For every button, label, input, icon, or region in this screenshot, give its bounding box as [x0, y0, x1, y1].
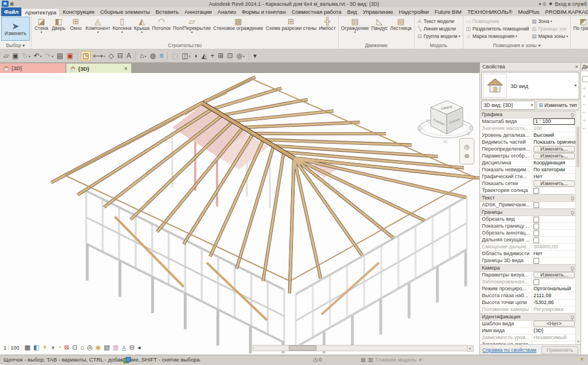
view-control-icon[interactable]: ☀ — [42, 344, 48, 351]
qat-icon[interactable]: + — [209, 52, 215, 60]
property-value[interactable]: 304800,00 — [532, 244, 576, 250]
view-control-icon[interactable]: ◎ — [87, 344, 93, 351]
view-control-icon[interactable]: ▥ — [113, 344, 118, 351]
qat-icon[interactable]: ⟷ ▾ — [92, 52, 106, 60]
ribbon-tab[interactable]: ТЕХНОНИКОЛЬ® — [465, 7, 516, 16]
property-value[interactable] — [532, 258, 576, 264]
scale-control[interactable]: 1 : 100 — [3, 345, 22, 351]
edit-button[interactable]: <Нет> — [533, 321, 575, 327]
qat-icon[interactable]: ◇ — [107, 52, 115, 60]
element-selector[interactable]: 3D вид: {3D} ▾ — [481, 101, 535, 110]
property-value[interactable]: Изменить... — [532, 272, 576, 278]
property-value[interactable]: 1 : 100 — [532, 118, 576, 125]
property-value[interactable]: Регулировка — [532, 306, 576, 313]
ribbon-button[interactable]: ◧ Дверь — [50, 17, 67, 41]
view-tab-active[interactable]: {3D} × — [66, 63, 131, 73]
property-value[interactable]: <Нет> — [532, 321, 576, 327]
workspace-icon[interactable]: ▣ — [10, 1, 14, 6]
ribbon-small-button[interactable]: ▭ Помещение — [465, 18, 531, 25]
property-value[interactable]: Показать оригинал — [532, 139, 576, 145]
ribbon-small-button[interactable]: A Текст модели — [416, 18, 462, 25]
editing-requests[interactable]: ◷ 0 — [313, 356, 322, 363]
ribbon-small-button[interactable]: ▤ Марка зоны ▾ — [530, 33, 569, 40]
tree-expander-icon[interactable]: − — [581, 101, 588, 109]
ribbon-button[interactable]: ▤ Ограждение ▾ — [340, 17, 370, 41]
qat-icon[interactable] — [78, 52, 78, 60]
value-input[interactable]: 1 : 100 — [533, 118, 575, 125]
property-value[interactable] — [532, 230, 576, 236]
navigation-bar[interactable]: ◎ ⊕ — [459, 138, 474, 164]
modify-button[interactable]: ➤ Изменить — [1, 17, 30, 41]
ribbon-button[interactable]: ▤ Лестница — [389, 17, 413, 41]
qat-icon[interactable]: ▱ — [2, 52, 10, 60]
property-value[interactable]: 100 — [532, 125, 576, 132]
qat-icon[interactable]: ◫ ▾ — [180, 52, 191, 60]
property-value[interactable] — [532, 223, 576, 229]
qat-icon[interactable]: ≡ — [158, 52, 164, 60]
ribbon-tab[interactable]: PROBIM.КАРКАС — [542, 7, 588, 16]
property-section-header[interactable]: Графика — [480, 111, 576, 118]
checkbox[interactable] — [533, 237, 539, 243]
property-value[interactable]: Нет — [532, 251, 576, 257]
qat-icon[interactable]: ↷ ▾ — [44, 52, 55, 60]
checkbox[interactable] — [533, 279, 539, 285]
ribbon-tab[interactable]: Вставить — [153, 7, 181, 16]
sign-in-label[interactable]: Вход в служб — [555, 1, 587, 7]
drawing-area[interactable]: С В Ю Сверху Спереди Справа ◎ ⊕ — [0, 73, 479, 355]
view-control-icon[interactable]: ▩ — [25, 344, 30, 351]
qat-icon[interactable] — [135, 52, 136, 60]
property-section-header[interactable]: Границы — [480, 209, 576, 216]
ribbon-tab[interactable]: Совместная работа — [289, 7, 345, 16]
property-value[interactable] — [532, 187, 576, 194]
tree-expander-icon[interactable]: − — [581, 109, 588, 117]
qat-icon[interactable]: A — [125, 52, 132, 60]
tree-expander-icon[interactable]: + — [581, 93, 588, 101]
ribbon-button[interactable]: ▱ Пол/Перекрытие ▾ — [172, 17, 212, 41]
ribbon-button[interactable]: ▦ Стеновое ограждение — [212, 17, 264, 41]
back-icon[interactable]: ◂ — [539, 1, 541, 6]
panel-label-select[interactable]: Выбор ▾ — [0, 42, 31, 49]
worksets-icon[interactable] — [123, 357, 131, 363]
property-value[interactable]: Изменить... — [532, 153, 576, 159]
ribbon-small-button[interactable]: ◫ Разделитель помещений — [465, 25, 531, 32]
qat-icon[interactable]: ⊞ — [216, 52, 225, 60]
ribbon-small-button[interactable]: ▧ Границы зон — [530, 25, 569, 32]
view-control-icon[interactable]: ◉ — [95, 344, 101, 351]
qat-icon[interactable]: ⊟ — [116, 52, 124, 60]
ribbon-tab[interactable]: Сборные элементы — [97, 7, 153, 16]
property-value[interactable]: -5302,86 — [532, 299, 576, 306]
ribbon-tab[interactable]: Надстройки — [396, 7, 432, 16]
property-value[interactable]: Независимый — [532, 335, 576, 341]
view-control-icon[interactable]: ▧ — [104, 344, 110, 351]
edit-button[interactable]: Изменить... — [533, 272, 575, 278]
view-control-icon[interactable]: ◧ — [33, 344, 39, 351]
ribbon-small-button[interactable]: ⊡ Группа модели ▾ — [416, 33, 462, 40]
close-properties-icon[interactable]: × — [575, 64, 578, 70]
qat-icon[interactable] — [249, 52, 249, 60]
qat-icon[interactable]: ▣ — [11, 52, 20, 60]
property-value[interactable] — [532, 279, 576, 285]
edit-button[interactable]: Изменить... — [533, 153, 575, 159]
qat-icon[interactable]: ▢ — [171, 52, 179, 60]
qat-icon[interactable]: ▤ — [56, 52, 64, 60]
property-value[interactable]: 2111,08 — [532, 293, 576, 299]
ribbon-tab[interactable]: Файл — [1, 7, 21, 16]
property-value[interactable] — [532, 237, 576, 243]
property-value[interactable]: Нет — [532, 174, 576, 180]
view-control-icon[interactable]: ⊠ — [64, 344, 69, 351]
ribbon-tab[interactable]: Вид — [345, 7, 360, 16]
view-control-icon[interactable]: ◂ — [137, 344, 141, 351]
horizontal-scrollbar[interactable]: ▸ — [253, 345, 467, 351]
ribbon-tab[interactable]: Формы и генплан — [239, 7, 289, 16]
view-tab-inactive[interactable]: {3D} — [0, 63, 65, 73]
property-section-header[interactable]: Камера — [480, 264, 576, 272]
checkbox[interactable] — [533, 224, 539, 229]
edit-button[interactable]: Изменить... — [533, 146, 575, 152]
ribbon-button[interactable]: ◠ Потолок — [151, 17, 172, 41]
properties-scrollbar[interactable] — [575, 111, 581, 344]
ribbon-button[interactable]: ╬ Импост — [318, 17, 336, 41]
qat-icon[interactable]: ◍ — [149, 52, 157, 60]
property-value[interactable]: {3D} — [532, 328, 576, 334]
selection-filter-icon[interactable]: ▼ — [579, 356, 585, 362]
scroll-right-icon[interactable]: ▸ — [467, 345, 474, 352]
